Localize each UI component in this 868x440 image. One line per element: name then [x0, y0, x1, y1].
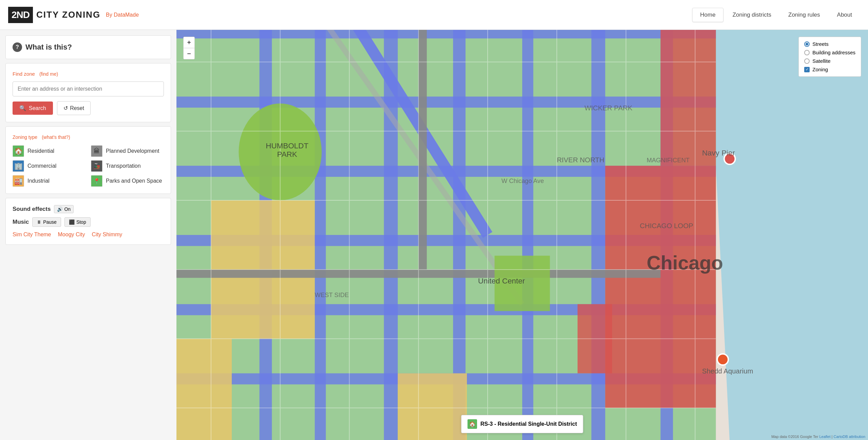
svg-text:HUMBOLDT: HUMBOLDT	[266, 142, 308, 150]
search-icon: 🔍	[19, 105, 26, 111]
svg-rect-19	[398, 373, 467, 440]
by-datamade: By DataMade	[106, 12, 139, 18]
logo-box: 2ND	[8, 7, 33, 23]
nav-about[interactable]: About	[829, 8, 860, 22]
zoning-grid: 🏠 Residential 🏛 Planned Development 🏢 Co…	[13, 145, 164, 187]
svg-text:RIVER NORTH: RIVER NORTH	[557, 156, 604, 164]
svg-rect-20	[605, 166, 716, 408]
question-icon: ?	[13, 42, 22, 52]
map-container[interactable]: Chicago HUMBOLDT PARK United Center RIVE…	[176, 30, 868, 440]
svg-point-58	[717, 354, 729, 365]
svg-text:MAGNIFICENT: MAGNIFICENT	[647, 157, 690, 164]
building-addresses-label: Building addresses	[812, 50, 855, 55]
planned-dev-icon: 🏛	[91, 145, 102, 157]
track-sim-city[interactable]: Sim City Theme	[13, 232, 51, 238]
svg-text:United Center: United Center	[478, 277, 525, 285]
sound-effects-label: Sound effects	[13, 206, 51, 213]
satellite-label: Satellite	[812, 58, 830, 64]
nav-zoning-rules[interactable]: Zoning rules	[780, 8, 828, 22]
building-addresses-radio	[804, 50, 810, 55]
zoning-checkbox: ✓	[804, 67, 810, 72]
find-me-link[interactable]: (find me)	[39, 71, 58, 77]
svg-text:WEST SIDE: WEST SIDE	[315, 291, 349, 298]
track-moogy-city[interactable]: Moogy City	[58, 232, 85, 238]
sound-panel: Sound effects 🔊 On Music ⏸ Pause ⬛ Stop …	[5, 198, 171, 245]
map-attribution: Map data ©2016 Google Ter Leaflet | Cart…	[771, 435, 865, 439]
layer-satellite[interactable]: Satellite	[804, 58, 855, 64]
zoning-parks[interactable]: 📍 Parks and Open Space	[91, 175, 164, 187]
map-svg: Chicago HUMBOLDT PARK United Center RIVE…	[176, 30, 868, 440]
datamade-link[interactable]: DataMade	[114, 12, 139, 18]
search-reset-row: 🔍 Search ↺ Reset	[13, 101, 164, 115]
logo-text: CITY ZONING	[36, 10, 100, 20]
industrial-icon: 🏭	[13, 175, 24, 187]
svg-text:WICKER PARK: WICKER PARK	[584, 104, 633, 112]
music-tracks: Sim City Theme Moogy City City Shimmy	[13, 232, 164, 238]
zoning-industrial[interactable]: 🏭 Industrial	[13, 175, 86, 187]
header: 2ND CITY ZONING By DataMade Home Zoning …	[0, 0, 868, 30]
zone-tooltip-label: RS-3 - Residential Single-Unit District	[480, 421, 577, 427]
cartodb-link[interactable]: CartoDB attribution	[833, 435, 865, 439]
svg-text:Navy Pier: Navy Pier	[702, 149, 735, 157]
zoning-planned-development[interactable]: 🏛 Planned Development	[91, 145, 164, 157]
reset-button[interactable]: ↺ Reset	[57, 101, 91, 115]
zone-tooltip: 🏠 RS-3 - Residential Single-Unit Distric…	[461, 415, 583, 433]
what-is-this-heading: ? What is this?	[13, 42, 164, 52]
svg-rect-18	[176, 339, 232, 440]
layer-zoning[interactable]: ✓ Zoning	[804, 67, 855, 72]
svg-text:Shedd Aquarium: Shedd Aquarium	[702, 367, 753, 375]
zoning-residential[interactable]: 🏠 Residential	[13, 145, 86, 157]
svg-text:Chicago: Chicago	[647, 252, 723, 274]
whats-that-link[interactable]: (what's that?)	[42, 134, 70, 140]
zoning-label: Zoning	[812, 67, 828, 72]
zoom-out-button[interactable]: −	[184, 48, 194, 59]
address-input[interactable]	[13, 81, 164, 96]
sidebar: ? What is this? Find zone (find me) 🔍 Se…	[0, 30, 176, 440]
nav: Home Zoning districts Zoning rules About	[692, 8, 860, 22]
layer-streets[interactable]: Streets	[804, 41, 855, 47]
track-city-shimmy[interactable]: City Shimmy	[92, 232, 122, 238]
residential-icon: 🏠	[13, 145, 24, 157]
layer-building-addresses[interactable]: Building addresses	[804, 50, 855, 55]
nav-home[interactable]: Home	[692, 8, 723, 22]
main: ? What is this? Find zone (find me) 🔍 Se…	[0, 30, 868, 440]
svg-rect-10	[176, 30, 716, 38]
leaflet-link[interactable]: Leaflet	[819, 435, 830, 439]
music-row: Music ⏸ Pause ⬛ Stop	[13, 217, 164, 227]
pause-button[interactable]: ⏸ Pause	[32, 217, 61, 227]
svg-rect-27	[418, 30, 427, 270]
svg-marker-1	[716, 30, 868, 440]
zoning-transportation[interactable]: 🚂 Transportation	[91, 160, 164, 172]
what-is-this-label: What is this?	[25, 43, 72, 52]
satellite-radio	[804, 58, 810, 64]
what-is-this-panel: ? What is this?	[5, 35, 171, 59]
find-zone-panel: Find zone (find me) 🔍 Search ↺ Reset	[5, 63, 171, 122]
zoom-in-button[interactable]: +	[184, 37, 194, 48]
layer-controls: Streets Building addresses Satellite ✓ Z…	[798, 37, 861, 77]
map-zoom-controls: + −	[183, 37, 195, 59]
sound-on-badge: 🔊 On	[54, 205, 74, 213]
parks-icon: 📍	[91, 175, 102, 187]
by-label: By	[106, 12, 112, 18]
stop-button[interactable]: ⬛ Stop	[64, 217, 91, 227]
logo: 2ND CITY ZONING	[8, 7, 100, 23]
speaker-icon: 🔊	[57, 206, 63, 212]
transportation-icon: 🚂	[91, 160, 102, 172]
find-zone-title: Find zone (find me)	[13, 70, 164, 77]
nav-zoning-districts[interactable]: Zoning districts	[725, 8, 779, 22]
streets-radio	[804, 41, 810, 47]
pause-icon: ⏸	[37, 219, 41, 225]
zone-tooltip-icon: 🏠	[468, 419, 477, 429]
svg-text:PARK: PARK	[277, 150, 297, 159]
zoning-type-title: Zoning type (what's that?)	[13, 133, 164, 141]
sound-effects-row: Sound effects 🔊 On	[13, 205, 164, 213]
svg-text:CHICAGO LOOP: CHICAGO LOOP	[640, 222, 693, 230]
search-button[interactable]: 🔍 Search	[13, 102, 53, 115]
streets-label: Streets	[812, 41, 829, 47]
header-left: 2ND CITY ZONING By DataMade	[8, 7, 139, 23]
music-label: Music	[13, 219, 29, 225]
svg-rect-11	[176, 96, 716, 108]
commercial-icon: 🏢	[13, 160, 24, 172]
stop-icon: ⬛	[69, 219, 75, 225]
zoning-commercial[interactable]: 🏢 Commercial	[13, 160, 86, 172]
